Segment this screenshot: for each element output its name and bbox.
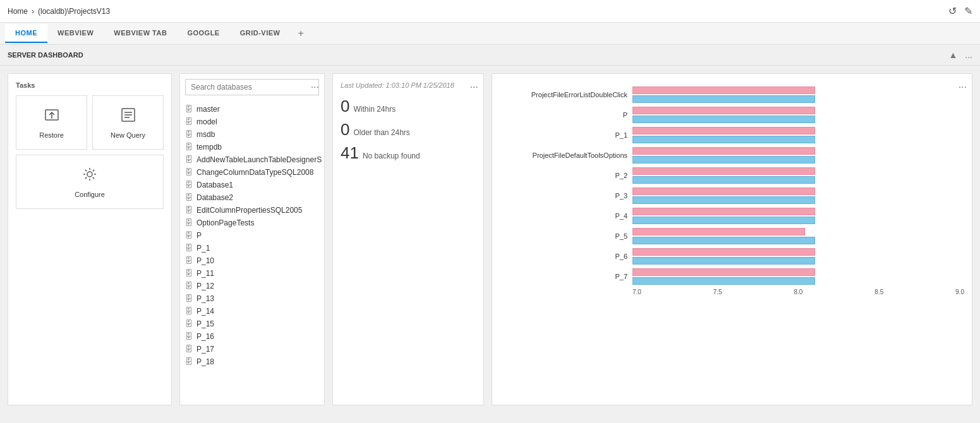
backup-count-none: 41 xyxy=(341,143,359,163)
tasks-grid: Restore New Query xyxy=(16,95,164,150)
list-item[interactable]: 🗄master xyxy=(180,103,324,116)
list-item[interactable]: 🗄P_13 xyxy=(180,292,324,305)
list-item[interactable]: 🗄EditColumnPropertiesSQL2005 xyxy=(180,204,324,217)
db-search-wrap xyxy=(180,74,324,103)
chart-bar-blue xyxy=(632,95,815,103)
db-icon: 🗄 xyxy=(185,332,193,341)
configure-icon xyxy=(81,165,99,187)
list-item[interactable]: 🗄Database2 xyxy=(180,191,324,204)
list-item[interactable]: 🗄P_16 xyxy=(180,330,324,343)
db-icon: 🗄 xyxy=(185,105,193,114)
chart-bar-group xyxy=(632,147,964,164)
top-bar: Home › (localdb)\ProjectsV13 ↺ ✎ xyxy=(0,0,980,23)
list-item[interactable]: 🗄tempdb xyxy=(180,141,324,153)
chart-x-label: 7.5 xyxy=(713,289,722,295)
chart-bar-pink xyxy=(632,127,815,134)
databases-menu-button[interactable]: ... xyxy=(311,79,319,90)
backup-panel: ... Last Updated: 1:03:10 PM 1/25/2018 0… xyxy=(332,73,484,405)
chart-bar-group xyxy=(632,86,964,103)
reload-icon[interactable]: ↺ xyxy=(948,5,957,17)
chart-bar-group xyxy=(632,248,964,265)
chart-bar-blue xyxy=(632,116,815,123)
section-collapse-button[interactable]: ▲ xyxy=(948,50,957,60)
chart-row-label: P_4 xyxy=(500,212,632,220)
chart-row: P_7 xyxy=(500,268,964,285)
list-item[interactable]: 🗄AddNewTableLaunchTableDesignerS xyxy=(180,153,324,166)
list-item[interactable]: 🗄Database1 xyxy=(180,179,324,191)
tab-webview[interactable]: WEBVIEW xyxy=(47,24,104,43)
restore-icon xyxy=(43,106,61,128)
chart-bar-pink xyxy=(632,208,815,215)
backup-label-none: No backup found xyxy=(363,152,420,160)
db-icon: 🗄 xyxy=(185,181,193,189)
chart-bar-pink xyxy=(632,167,815,175)
section-title: SERVER DASHBOARD xyxy=(8,51,83,59)
backup-count-older: 0 xyxy=(341,120,349,140)
chart-row: P_1 xyxy=(500,127,964,143)
tab-home[interactable]: HOME xyxy=(5,24,47,43)
tab-webview-tab[interactable]: WEBVIEW TAB xyxy=(104,24,177,43)
new-query-label: New Query xyxy=(111,131,145,139)
chart-row-label: P xyxy=(500,111,632,119)
backup-label-within: Within 24hrs xyxy=(353,105,396,114)
tab-google[interactable]: GOOGLE xyxy=(177,24,229,43)
chart-row: P_2 xyxy=(500,167,964,184)
chart-row-label: P_2 xyxy=(500,172,632,179)
db-icon: 🗄 xyxy=(185,155,193,164)
backup-stat-older: 0 Older than 24hrs xyxy=(341,120,476,140)
list-item[interactable]: 🗄ChangeColumnDataTypeSQL2008 xyxy=(180,166,324,179)
list-item[interactable]: 🗄model xyxy=(180,116,324,128)
home-link[interactable]: Home xyxy=(8,7,28,16)
list-item[interactable]: 🗄P xyxy=(180,229,324,242)
list-item[interactable]: 🗄P_15 xyxy=(180,318,324,330)
chart-row: ProjectFileDefaultToolsOptions xyxy=(500,147,964,164)
chart-bar-group xyxy=(632,188,964,204)
list-item[interactable]: 🗄P_1 xyxy=(180,242,324,254)
chart-row-label: ProjectFileDefaultToolsOptions xyxy=(500,152,632,159)
chart-bar-blue xyxy=(632,156,815,164)
restore-label: Restore xyxy=(39,131,64,139)
db-icon: 🗄 xyxy=(185,218,193,227)
backup-last-updated: Last Updated: 1:03:10 PM 1/25/2018 xyxy=(341,81,476,89)
chart-row-label: P_7 xyxy=(500,273,632,280)
db-icon: 🗄 xyxy=(185,244,193,253)
list-item[interactable]: 🗄P_12 xyxy=(180,280,324,292)
chart-bar-pink xyxy=(632,147,815,155)
chart-x-label: 9.0 xyxy=(955,289,964,295)
chart-bar-blue xyxy=(632,277,815,285)
edit-icon[interactable]: ✎ xyxy=(964,5,972,17)
tab-grid-view[interactable]: GRID-VIEW xyxy=(230,24,291,43)
list-item[interactable]: 🗄P_17 xyxy=(180,343,324,355)
chart-bar-blue xyxy=(632,257,815,265)
db-icon: 🗄 xyxy=(185,231,193,240)
list-item[interactable]: 🗄P_11 xyxy=(180,267,324,280)
db-icon: 🗄 xyxy=(185,143,193,152)
list-item[interactable]: 🗄P_18 xyxy=(180,355,324,368)
backup-menu-button[interactable]: ... xyxy=(470,79,478,90)
list-item[interactable]: 🗄msdb xyxy=(180,128,324,141)
chart-menu-button[interactable]: ... xyxy=(959,79,967,90)
configure-task[interactable]: Configure xyxy=(16,155,164,209)
list-item[interactable]: 🗄OptionPageTests xyxy=(180,217,324,229)
list-item[interactable]: 🗄P_10 xyxy=(180,254,324,267)
chart-bar-blue xyxy=(632,176,815,184)
chart-bar-group xyxy=(632,167,964,184)
chart-bar-pink xyxy=(632,86,815,94)
db-icon: 🗄 xyxy=(185,256,193,265)
chart-bar-blue xyxy=(632,237,815,244)
chart-bar-group xyxy=(632,208,964,224)
db-icon: 🗄 xyxy=(185,193,193,202)
tab-add-button[interactable]: + xyxy=(290,23,311,44)
db-icon: 🗄 xyxy=(185,307,193,316)
chart-row: P_6 xyxy=(500,248,964,265)
list-item[interactable]: 🗄P_14 xyxy=(180,305,324,318)
new-query-task[interactable]: New Query xyxy=(92,95,164,150)
configure-label: Configure xyxy=(75,191,105,198)
restore-task[interactable]: Restore xyxy=(16,95,87,150)
section-more-button[interactable]: ... xyxy=(965,50,972,60)
db-icon: 🗄 xyxy=(185,269,193,278)
chart-row-label: P_5 xyxy=(500,232,632,240)
db-icon: 🗄 xyxy=(185,345,193,354)
search-databases-input[interactable] xyxy=(185,79,319,95)
chart-area: ProjectFileErrorListDoubleClickPP_1Proje… xyxy=(500,86,964,285)
